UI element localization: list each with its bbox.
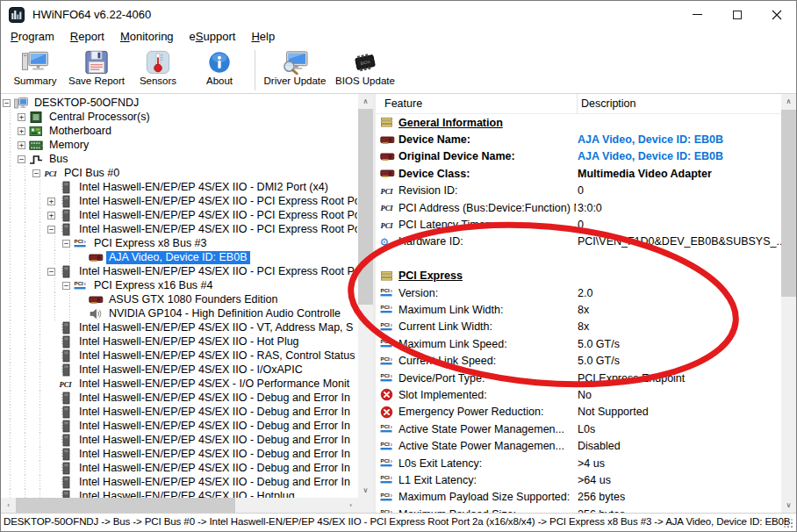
tree-item-label[interactable]: Intel Haswell-EN/EP/EP 4S/EX IIO - Hotpl… (76, 490, 298, 499)
tree-item[interactable]: +Motherboard (3, 124, 357, 138)
maximize-button[interactable] (717, 1, 757, 28)
feature-row[interactable]: PCI›Device/Port Type:PCI Express Endpoin… (376, 370, 781, 386)
feature-row[interactable]: PCI›Active State Power Managemen...L0s (376, 421, 781, 437)
tree-item[interactable]: +Intel Haswell-EN/EP/EP 4S/EX IIO - PCI … (3, 208, 357, 222)
bios-update-button[interactable]: BIOSBIOS Update (330, 48, 400, 86)
tree-item[interactable]: Intel Haswell-EN/EP/EP 4S/EX IIO - Debug… (3, 419, 357, 433)
tree-item[interactable]: −Intel Haswell-EN/EP/EP 4S/EX IIO - PCI … (3, 264, 357, 278)
tree-item-label[interactable]: Intel Haswell-EN/EP/EP 4S/EX IIO - PCI E… (76, 265, 357, 278)
feature-row[interactable]: Device Class:Multimedia Video Adapter (376, 165, 781, 182)
feature-row[interactable]: Emergency Power Reduction:Not Supported (376, 404, 781, 421)
feature-row[interactable]: PCIRevision ID:0 (376, 183, 781, 199)
tree-horizontal-scrollbar[interactable]: ‹ › (1, 498, 358, 513)
tree-item[interactable]: Intel Haswell-EN/EP/EP 4S/EX IIO - DMI2 … (3, 180, 357, 194)
tree-item-label[interactable]: Intel Haswell-EN/EP/EP 4S/EX IIO - DMI2 … (76, 181, 331, 194)
tree-item-label[interactable]: DESKTOP-50OFNDJ (32, 97, 141, 110)
details-vertical-scrollbar[interactable]: ∧ ∨ (781, 94, 796, 513)
summary-button[interactable]: Summary (4, 48, 66, 86)
scroll-down-icon[interactable]: ∨ (781, 498, 796, 513)
tree-item-label[interactable]: Intel Haswell-EN/EP/EP 4S/EX IIO - Hot P… (76, 335, 302, 349)
menu-esupport[interactable]: eSupport (182, 30, 244, 45)
sensors-button[interactable]: Sensors (127, 48, 189, 86)
tree-vscroll-thumb[interactable] (358, 109, 373, 305)
feature-row[interactable]: PCI›L0s Exit Latency:>4 us (376, 455, 781, 471)
about-button[interactable]: About (189, 48, 250, 86)
tree-hscroll-thumb[interactable] (16, 498, 235, 513)
tree-item-label[interactable]: NVIDIA GP104 - High Definition Audio Con… (106, 307, 343, 320)
tree-item[interactable]: Intel Haswell-EN/EP/EP 4S/EX IIO - Debug… (3, 391, 357, 405)
menu-monitoring[interactable]: Monitoring (112, 30, 182, 45)
tree-item[interactable]: Intel Haswell-EN/EP/EP 4S/EX IIO - Debug… (3, 405, 357, 419)
tree-item[interactable]: PCIIntel Haswell-EN/EP/EP 4S/EX - I/O Pe… (3, 377, 357, 391)
expand-icon[interactable]: + (47, 212, 55, 219)
tree-item[interactable]: Intel Haswell-EN/EP/EP 4S/EX IIO - VT, A… (3, 320, 357, 334)
tree-item-label[interactable]: Intel Haswell-EN/EP/EP 4S/EX IIO - Debug… (76, 476, 353, 489)
column-header-description[interactable]: Description (578, 97, 796, 110)
feature-row[interactable]: PCI›Maximum Link Speed:5.0 GT/s (376, 335, 781, 352)
tree-item-label[interactable]: Intel Haswell-EN/EP/EP 4S/EX IIO - VT, A… (76, 321, 355, 334)
tree-item-label[interactable]: Intel Haswell-EN/EP/EP 4S/EX IIO - I/OxA… (76, 363, 305, 377)
tree-item[interactable]: Intel Haswell-EN/EP/EP 4S/EX IIO - RAS, … (3, 349, 357, 363)
feature-row[interactable]: PCIPCI Latency Timer:0 (376, 216, 781, 233)
tree-item-label[interactable]: Intel Haswell-EN/EP/EP 4S/EX IIO - PCI E… (76, 223, 357, 236)
minimize-button[interactable] (678, 1, 717, 28)
tree-item[interactable]: +Memory (3, 138, 357, 152)
tree-item-label[interactable]: Intel Haswell-EN/EP/EP 4S/EX IIO - Debug… (76, 392, 353, 405)
scroll-left-icon[interactable]: ‹ (1, 498, 16, 513)
tree-item-label[interactable]: Intel Haswell-EN/EP/EP 4S/EX IIO - Debug… (76, 462, 353, 475)
tree-item-label[interactable]: PCI Express x8 Bus #3 (91, 237, 210, 250)
menu-report[interactable]: Report (62, 30, 112, 45)
feature-row[interactable]: PCI›Version:2.0 (376, 284, 781, 301)
section-row[interactable]: PCI Express (376, 268, 781, 284)
collapse-icon[interactable]: − (62, 240, 70, 248)
tree-item-label[interactable]: Intel Haswell-EN/EP/EP 4S/EX - I/O Perfo… (76, 377, 352, 391)
feature-row[interactable]: PCIPCI Address (Bus:Device:Function) Nu.… (376, 199, 781, 216)
tree-item[interactable]: ASUS GTX 1080 Founders Edition (3, 292, 357, 306)
feature-row[interactable]: Device Name:AJA Video, Device ID: EB0B (376, 131, 781, 147)
feature-row[interactable]: PCI›Current Link Width:8x (376, 319, 781, 335)
tree-vertical-scrollbar[interactable]: ∧ ∨ (358, 94, 373, 498)
tree-item[interactable]: Intel Haswell-EN/EP/EP 4S/EX IIO - Debug… (3, 461, 357, 475)
collapse-icon[interactable]: − (3, 99, 11, 107)
tree-item-label[interactable]: Intel Haswell-EN/EP/EP 4S/EX IIO - Debug… (76, 406, 353, 419)
feature-row[interactable]: PCI›Active State Power Managemen...Disab… (376, 437, 781, 454)
expand-icon[interactable]: + (18, 127, 25, 135)
feature-row[interactable]: PCI›Current Link Speed:5.0 GT/s (376, 352, 781, 369)
collapse-icon[interactable]: − (47, 268, 55, 276)
scroll-up-icon[interactable]: ∧ (358, 94, 373, 109)
tree-item-label[interactable]: PCI Bus #0 (61, 167, 122, 180)
tree-item[interactable]: Intel Haswell-EN/EP/EP 4S/EX IIO - Hotpl… (3, 489, 357, 498)
tree-item[interactable]: Intel Haswell-EN/EP/EP 4S/EX IIO - Hot P… (3, 334, 357, 349)
collapse-icon[interactable]: − (18, 155, 25, 163)
tree-item-label[interactable]: PCI Express x16 Bus #4 (91, 279, 215, 292)
expand-icon[interactable]: + (18, 113, 25, 121)
collapse-icon[interactable]: − (62, 282, 70, 290)
column-header-feature[interactable]: Feature (376, 94, 578, 113)
tree-item-label[interactable]: Intel Haswell-EN/EP/EP 4S/EX IIO - Debug… (76, 434, 353, 447)
collapse-icon[interactable]: − (32, 169, 40, 177)
driver-update-button[interactable]: Driver Update (260, 48, 330, 86)
feature-row[interactable]: ⚙⚙Hardware ID:PCI\VEN_F1D0&DEV_EB0B&SUBS… (376, 234, 781, 250)
tree-item-label[interactable]: Intel Haswell-EN/EP/EP 4S/EX IIO - Debug… (76, 448, 353, 461)
tree-item[interactable]: Intel Haswell-EN/EP/EP 4S/EX IIO - Debug… (3, 433, 357, 447)
collapse-icon[interactable]: − (47, 226, 55, 234)
feature-row[interactable]: Original Device Name:AJA Video, Device I… (376, 148, 781, 165)
save-report-button[interactable]: Save Report (66, 48, 127, 86)
tree-item[interactable]: −Intel Haswell-EN/EP/EP 4S/EX IIO - PCI … (3, 222, 357, 236)
resize-grip-icon[interactable] (791, 526, 793, 528)
menu-help[interactable]: Help (243, 30, 283, 45)
tree-item-label[interactable]: Intel Haswell-EN/EP/EP 4S/EX IIO - RAS, … (76, 349, 357, 363)
expand-icon[interactable]: + (18, 141, 25, 149)
feature-row[interactable]: PCI›Maximum Payload Size Supported:256 b… (376, 489, 781, 506)
expand-icon[interactable]: + (47, 198, 55, 205)
scroll-down-icon[interactable]: ∨ (358, 483, 373, 498)
tree-item[interactable]: NVIDIA GP104 - High Definition Audio Con… (3, 306, 357, 320)
tree-item[interactable]: −PCI›PCI Express x8 Bus #3 (3, 236, 357, 250)
tree-item[interactable]: −PCI›PCI Express x16 Bus #4 (3, 278, 357, 292)
feature-row[interactable]: PCI›Maximum Link Width:8x (376, 301, 781, 318)
tree-item-label[interactable]: Bus (47, 153, 71, 166)
tree-item[interactable]: −Bus (3, 152, 357, 166)
close-button[interactable] (757, 1, 796, 28)
tree-item[interactable]: AJA Video, Device ID: EB0B (3, 250, 357, 264)
feature-row[interactable]: Slot Implemented:No (376, 386, 781, 403)
